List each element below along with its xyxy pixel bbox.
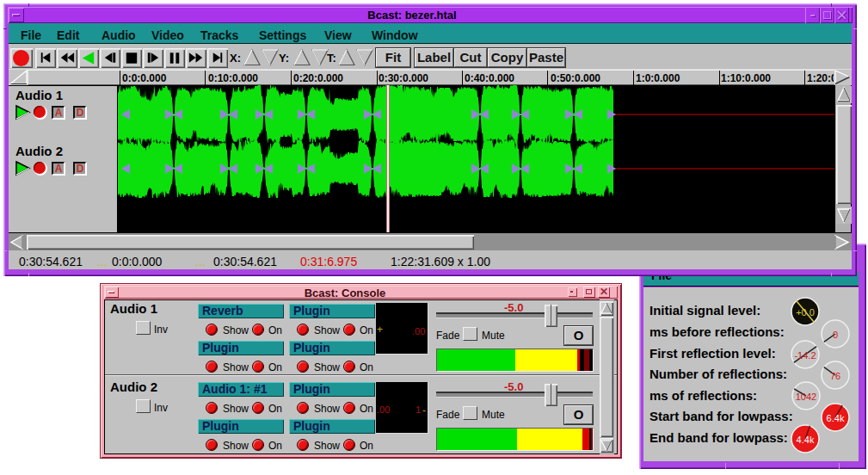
- svg-text:-14.2: -14.2: [794, 350, 816, 361]
- svg-text:76: 76: [830, 371, 840, 381]
- svg-text:0: 0: [833, 330, 838, 340]
- svg-text:4.4k: 4.4k: [797, 435, 815, 445]
- svg-text:6.4k: 6.4k: [827, 413, 845, 423]
- svg-text:+0.0: +0.0: [796, 307, 815, 318]
- svg-text:1042: 1042: [796, 392, 816, 402]
